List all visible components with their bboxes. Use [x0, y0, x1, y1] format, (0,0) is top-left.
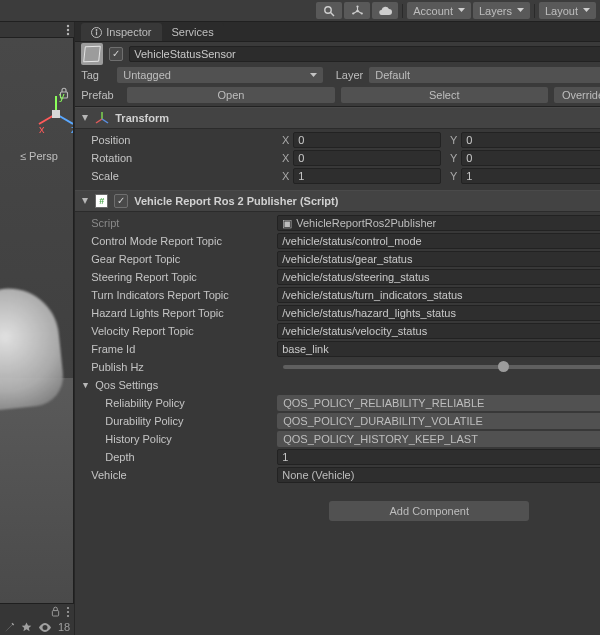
axis-y[interactable]: Y — [445, 134, 457, 146]
control-mode-field[interactable] — [277, 233, 600, 249]
toolbar-search-button[interactable] — [316, 2, 342, 19]
qos-label[interactable]: Qos Settings — [93, 379, 285, 391]
prefab-overrides-dropdown[interactable]: Overrides — [554, 87, 600, 103]
scene-floor — [0, 378, 73, 603]
script-value: VehicleReportRos2Publisher — [296, 217, 436, 229]
rotation-label[interactable]: Rotation — [81, 152, 273, 164]
kebab-icon[interactable] — [66, 24, 70, 36]
publish-hz-label[interactable]: Publish Hz — [81, 361, 273, 373]
toolbar-cloud-button[interactable] — [372, 2, 398, 19]
project-panel-icons: 18 — [0, 620, 74, 636]
project-panel-header — [0, 604, 74, 620]
tab-services-label: Services — [172, 26, 214, 38]
axis-x[interactable]: X — [277, 134, 289, 146]
publish-hz-slider[interactable] — [283, 365, 600, 369]
position-row: Position X Y Z — [81, 131, 600, 149]
rotation-y-field[interactable] — [461, 150, 600, 166]
favorite-icon[interactable] — [21, 622, 32, 633]
dropper-icon[interactable] — [4, 622, 15, 633]
position-label[interactable]: Position — [81, 134, 273, 146]
lock-icon[interactable] — [51, 606, 60, 617]
qos-foldout[interactable] — [81, 382, 89, 389]
layout-dropdown[interactable]: Layout — [539, 2, 596, 19]
scene-view[interactable]: y x z ≤ Persp — [0, 38, 74, 603]
frame-field[interactable] — [277, 341, 600, 357]
history-label[interactable]: History Policy — [81, 433, 273, 445]
reporter-title: Vehicle Report Ros 2 Publisher (Script) — [134, 195, 338, 207]
toolbar-collab-button[interactable] — [344, 2, 370, 19]
layer-label: Layer — [329, 69, 363, 81]
foldout-icon — [81, 114, 89, 122]
component-header-reporter[interactable]: Vehicle Report Ros 2 Publisher (Script) … — [75, 190, 600, 212]
frame-label[interactable]: Frame Id — [81, 343, 273, 355]
depth-field[interactable] — [277, 449, 600, 465]
tab-inspector[interactable]: Inspector — [81, 23, 161, 41]
hazard-label[interactable]: Hazard Lights Report Topic — [81, 307, 273, 319]
cloud-icon — [378, 6, 393, 16]
gear-label[interactable]: Gear Report Topic — [81, 253, 273, 265]
velocity-field[interactable] — [277, 323, 600, 339]
publish-hz-thumb[interactable] — [498, 361, 509, 372]
position-y-field[interactable] — [461, 132, 600, 148]
select-label: Select — [429, 89, 460, 101]
svg-point-0 — [325, 6, 331, 12]
layer-dropdown[interactable]: Default — [369, 67, 600, 83]
inspector-empty-space — [75, 521, 600, 635]
active-checkbox[interactable] — [109, 47, 123, 61]
history-dropdown[interactable]: QOS_POLICY_HISTORY_KEEP_LAST — [277, 431, 600, 447]
gameobject-icon[interactable] — [81, 43, 103, 65]
gear-field[interactable] — [277, 251, 600, 267]
depth-label[interactable]: Depth — [81, 451, 273, 463]
layers-dropdown[interactable]: Layers — [473, 2, 530, 19]
view-gizmo[interactable]: y x z — [35, 93, 74, 135]
component-enable-checkbox[interactable] — [114, 194, 128, 208]
scale-x-field[interactable] — [293, 168, 441, 184]
add-component-button[interactable]: Add Component — [329, 501, 529, 521]
prefab-select-button[interactable]: Select — [341, 87, 548, 103]
component-header-transform[interactable]: Transform ? — [75, 107, 600, 129]
tag-value: Untagged — [123, 69, 171, 81]
scene-panel-header — [0, 22, 74, 38]
script-field: ▣VehicleReportRos2Publisher◉ — [277, 215, 600, 231]
hazard-field[interactable] — [277, 305, 600, 321]
scale-row: Scale X Y Z — [81, 167, 600, 185]
account-dropdown[interactable]: Account — [407, 2, 471, 19]
svg-text:z: z — [71, 123, 74, 135]
reliability-label[interactable]: Reliability Policy — [81, 397, 273, 409]
axis-x[interactable]: X — [277, 170, 289, 182]
script-row: Script ▣VehicleReportRos2Publisher◉ — [81, 214, 600, 232]
durability-label[interactable]: Durability Policy — [81, 415, 273, 427]
rotation-x-field[interactable] — [293, 150, 441, 166]
velocity-label[interactable]: Velocity Report Topic — [81, 325, 273, 337]
durability-dropdown[interactable]: QOS_POLICY_DURABILITY_VOLATILE — [277, 413, 600, 429]
svg-rect-17 — [53, 611, 59, 616]
collab-icon — [351, 5, 364, 17]
tag-dropdown[interactable]: Untagged — [117, 67, 323, 83]
publish-hz-row: Publish Hz — [81, 358, 600, 376]
control-mode-label[interactable]: Control Mode Report Topic — [81, 235, 273, 247]
kebab-icon[interactable] — [66, 606, 70, 618]
axis-y[interactable]: Y — [445, 152, 457, 164]
scale-label[interactable]: Scale — [81, 170, 273, 182]
vehicle-label[interactable]: Vehicle — [81, 469, 273, 481]
turn-label[interactable]: Turn Indicators Report Topic — [81, 289, 273, 301]
gameobject-name-field[interactable] — [129, 46, 600, 62]
position-x-field[interactable] — [293, 132, 441, 148]
axis-y[interactable]: Y — [445, 170, 457, 182]
steering-label[interactable]: Steering Report Topic — [81, 271, 273, 283]
tab-services[interactable]: Services — [162, 23, 224, 41]
transform-body: Position X Y Z Rotation X Y Z Scale X — [75, 129, 600, 190]
reliability-dropdown[interactable]: QOS_POLICY_RELIABILITY_RELIABLE — [277, 395, 600, 411]
steering-field[interactable] — [277, 269, 600, 285]
layer-value: Default — [375, 69, 410, 81]
scale-y-field[interactable] — [461, 168, 600, 184]
svg-point-8 — [67, 32, 69, 34]
visibility-icon[interactable] — [38, 623, 52, 632]
chevron-down-icon — [583, 8, 590, 13]
turn-field[interactable] — [277, 287, 600, 303]
prefab-open-button[interactable]: Open — [127, 87, 334, 103]
vehicle-object-field[interactable]: None (Vehicle)◉ — [277, 467, 600, 483]
foldout-icon — [82, 382, 89, 389]
axis-x[interactable]: X — [277, 152, 289, 164]
main-toolbar: Account Layers Layout — [0, 0, 600, 22]
